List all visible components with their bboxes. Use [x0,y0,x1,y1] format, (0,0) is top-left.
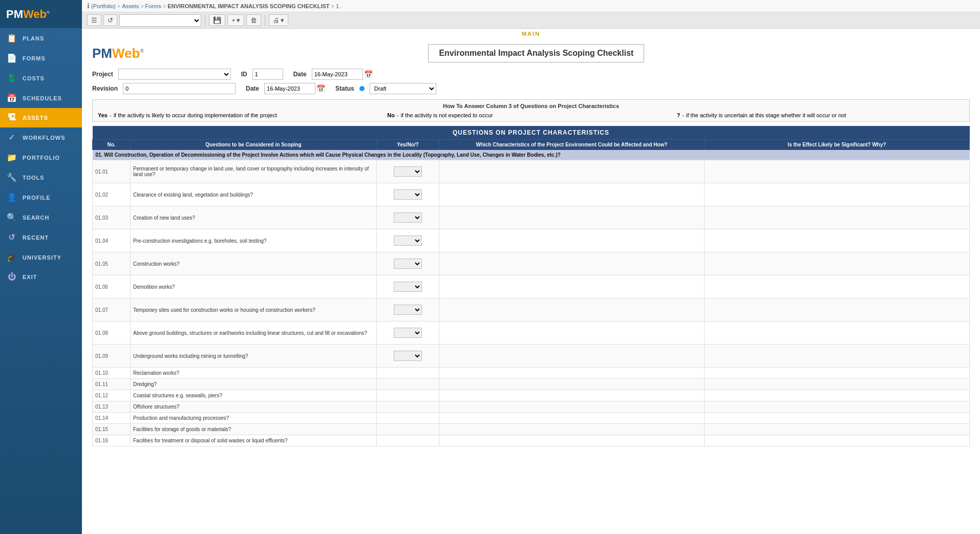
row-effect-cell[interactable] [705,160,970,183]
row-effect-cell[interactable] [705,379,970,390]
breadcrumb-assets[interactable]: Assets [122,3,139,9]
row-characteristics-cell[interactable] [439,401,705,413]
sidebar-item-tools[interactable]: 🔧 TOOLS [0,167,82,187]
row-characteristics-cell[interactable] [439,298,705,322]
sidebar-item-workflows[interactable]: ✓ WORKFLOWS [0,127,82,147]
sidebar-item-costs[interactable]: 💲 COSTS [0,68,82,88]
row-description: Creation of new land uses? [130,206,376,229]
row-characteristics-cell[interactable] [439,368,705,379]
delete-button[interactable]: 🗑 [246,14,261,26]
row-characteristics-cell[interactable] [439,160,705,183]
yesno-select[interactable]: YesNo? [394,212,422,223]
row-characteristics-cell[interactable] [439,390,705,401]
row-effect-cell[interactable] [705,390,970,401]
undo-button[interactable]: ↺ [103,14,117,26]
yesno-select[interactable]: YesNo? [394,282,422,292]
row-characteristics-cell[interactable] [439,183,705,206]
table-main-header: QUESTIONS ON PROJECT CHARACTERISTICS [93,126,970,140]
row-effect-cell[interactable] [705,183,970,206]
col-no-header: No. [93,140,131,150]
sidebar-item-search[interactable]: 🔍 SEARCH [0,207,82,227]
sidebar-item-label: UNIVERSITY [23,254,61,261]
row-effect-cell[interactable] [705,275,970,298]
sidebar-item-profile[interactable]: 👤 PROFILE [0,187,82,207]
yesno-select[interactable]: YesNo? [394,351,422,361]
add-button[interactable]: +▾ [227,14,244,26]
id-input[interactable] [252,69,283,80]
row-characteristics-cell[interactable] [439,322,705,345]
table-row: 01.14Production and manufacturing proces… [93,413,970,424]
sidebar-item-label: PLANS [23,35,44,41]
id-label: ID [241,71,247,78]
yesno-select[interactable]: YesNo? [394,305,422,315]
sidebar-item-schedules[interactable]: 📅 SCHEDULES [0,88,82,108]
yesno-select[interactable]: YesNo? [394,236,422,246]
breadcrumb-forms[interactable]: Forms [145,3,161,9]
row-characteristics-cell[interactable] [439,229,705,252]
calendar-icon2[interactable]: 📅 [316,84,325,93]
row-characteristics-cell[interactable] [439,435,705,446]
row-characteristics-cell[interactable] [439,275,705,298]
breadcrumb-num: 1 [336,3,339,9]
info-icon[interactable]: ℹ [87,2,90,10]
date-input1[interactable] [312,69,363,80]
row-num: 01.12 [93,390,131,401]
save-group: 💾 [209,14,225,26]
sidebar-item-forms[interactable]: 📄 FORMS [0,48,82,68]
row-description: Facilities for treatment or disposal of … [130,435,376,446]
save-button[interactable]: 💾 [209,14,225,26]
revision-input[interactable] [123,83,236,94]
row-effect-cell[interactable] [705,298,970,322]
sidebar-item-portfolio[interactable]: 📁 PORTFOLIO [0,147,82,167]
row-description: Dredging? [130,379,376,390]
print-button[interactable]: 🖨▾ [269,14,288,26]
row-characteristics-cell[interactable] [439,424,705,435]
sidebar-item-label: PROFILE [23,195,51,201]
calendar-icon1[interactable]: 📅 [364,70,373,78]
yesno-select[interactable]: YesNo? [394,259,422,269]
sidebar-item-university[interactable]: 🎓 UNIVERSITY [0,247,82,267]
row-effect-cell[interactable] [705,229,970,252]
sidebar-item-exit[interactable]: ⏻ EXIT [0,267,82,287]
row-description: Clearance of existing land, vegetation a… [130,183,376,206]
list-button[interactable]: ☰ [87,14,101,26]
inst-yes-sep: - [110,112,112,118]
row-description: Demolition works? [130,275,376,298]
table-row: 01.16Facilities for treatment or disposa… [93,435,970,446]
sidebar-item-label: PORTFOLIO [23,155,60,161]
row-yesno-cell [376,379,439,390]
project-select[interactable] [118,69,231,80]
row-effect-cell[interactable] [705,206,970,229]
breadcrumb-portfolio[interactable]: (Portfolio) [91,3,116,9]
sidebar-item-assets[interactable]: 🏗 ASSETS [0,108,82,127]
row-characteristics-cell[interactable] [439,379,705,390]
sidebar-item-recent[interactable]: ↺ RECENT [0,227,82,247]
row-characteristics-cell[interactable] [439,206,705,229]
table-row: 01.09Underground works including mining … [93,345,970,368]
sidebar-item-label: TOOLS [23,175,45,181]
date-input2[interactable] [264,83,315,94]
form-select[interactable] [119,14,201,27]
plans-icon: 📋 [6,33,17,43]
row-effect-cell[interactable] [705,435,970,446]
row-effect-cell[interactable] [705,252,970,275]
yesno-select[interactable]: YesNo? [394,166,422,177]
yesno-select[interactable]: YesNo? [394,189,422,200]
form-logo-reg: ® [140,48,143,54]
row-effect-cell[interactable] [705,368,970,379]
row-effect-cell[interactable] [705,413,970,424]
row-effect-cell[interactable] [705,322,970,345]
row-effect-cell[interactable] [705,345,970,368]
sidebar-item-plans[interactable]: 📋 PLANS [0,28,82,48]
form-header: PMWeb® Environmental Impact Analysis Sco… [92,44,970,62]
row-characteristics-cell[interactable] [439,345,705,368]
row-characteristics-cell[interactable] [439,413,705,424]
row-effect-cell[interactable] [705,424,970,435]
row-num: 01.03 [93,206,131,229]
yesno-select[interactable]: YesNo? [394,328,422,338]
row-effect-cell[interactable] [705,401,970,413]
breadcrumb-sep2: > [140,3,143,9]
row-characteristics-cell[interactable] [439,252,705,275]
status-select[interactable]: Draft [370,83,436,94]
topbar: ☰ ↺ 💾 +▾ 🗑 🖨▾ [82,12,980,29]
